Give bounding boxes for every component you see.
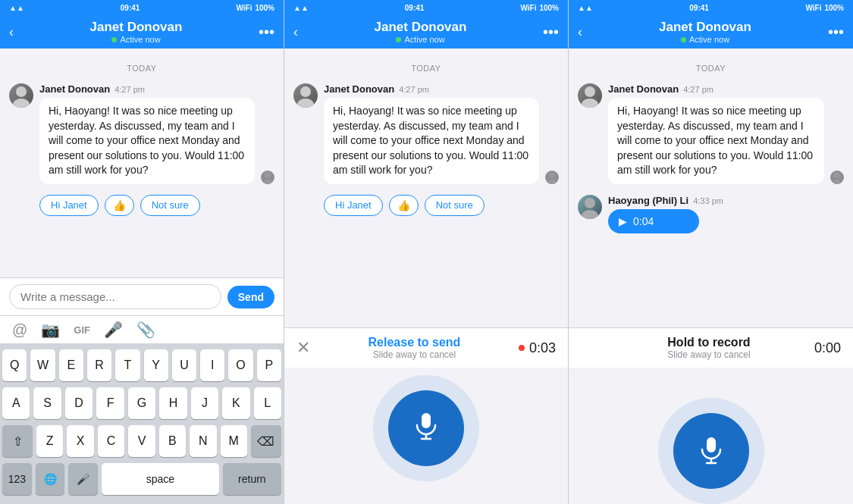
more-button-1[interactable]: ••• [259,23,274,41]
gif-icon[interactable]: GIF [74,324,90,336]
message-bubble-2: Hi, Haoyang! It was so nice meeting up y… [324,98,539,184]
key-h[interactable]: H [159,387,187,419]
svg-point-11 [585,86,595,97]
key-k[interactable]: K [222,387,249,419]
toolbar-1: @ 📷 GIF 🎤 📎 [0,315,284,343]
key-m[interactable]: M [221,425,247,457]
date-divider-1: TODAY [9,64,274,73]
cancel-recording-2[interactable]: ✕ [296,338,310,358]
message-sender-3a: Janet Donovan [608,83,679,95]
key-v[interactable]: V [128,425,155,457]
date-divider-3: TODAY [578,64,844,73]
at-icon[interactable]: @ [12,321,27,339]
back-button-1[interactable]: ‹ [9,24,14,40]
back-button-2[interactable]: ‹ [293,24,298,40]
avatar-janet-2 [293,83,318,108]
key-y[interactable]: Y [144,349,168,381]
panel-3: ▲▲ 09:41 WiFi 100% ‹ Janet Donovan Activ… [569,0,853,504]
mic-button-large-2[interactable] [388,390,464,466]
key-o[interactable]: O [228,349,252,381]
status-right-3: WiFi 100% [805,4,844,12]
panel-2: ▲▲ 09:41 WiFi 100% ‹ Janet Donovan Activ… [284,0,569,504]
key-p[interactable]: P [257,349,281,381]
play-icon-3: ▶ [619,215,627,227]
quick-reply-thumbsup-2[interactable]: 👍 [389,195,419,216]
message-input-1[interactable] [9,284,221,309]
status-time-2: 09:41 [405,4,425,12]
recording-bar-2: ✕ Release to send Slide away to cancel 0… [284,327,568,368]
rec-dot-2 [519,345,525,351]
nav-title-2: Janet Donovan Active now [375,20,467,44]
date-divider-2: TODAY [293,64,559,73]
key-n[interactable]: N [190,425,216,457]
key-shift[interactable]: ⇧ [2,425,33,457]
audio-message-3[interactable]: ▶ 0:04 [608,209,699,233]
key-return[interactable]: return [223,463,281,495]
signal-icon-1: ▲▲ [9,4,24,12]
key-backspace[interactable]: ⌫ [251,425,281,457]
more-button-2[interactable]: ••• [543,23,559,41]
nav-bar-1: ‹ Janet Donovan Active now ••• [0,15,284,49]
key-u[interactable]: U [172,349,196,381]
wifi-icon-2: WiFi [520,4,536,12]
key-a[interactable]: A [2,387,30,419]
key-e[interactable]: E [59,349,83,381]
message-content-1: Janet Donovan 4:27 pm Hi, Haoyang! It wa… [39,83,255,184]
svg-point-0 [16,86,27,97]
key-c[interactable]: C [98,425,124,457]
battery-icon-2: 100% [539,4,559,12]
send-button-1[interactable]: Send [227,286,274,308]
contact-name-1: Janet Donovan [90,20,183,35]
message-header-2: Janet Donovan 4:27 pm [324,83,539,95]
keyboard-row-2: A S D F G H J K L [2,387,281,419]
more-button-3[interactable]: ••• [828,23,844,41]
mic-area-2 [284,368,568,504]
key-t[interactable]: T [115,349,140,381]
keyboard-row-1: Q W E R T Y U I O P [2,349,281,381]
back-button-3[interactable]: ‹ [578,24,582,40]
key-r[interactable]: R [87,349,111,381]
recording-label-area-2: Release to send Slide away to cancel [368,336,461,360]
svg-point-3 [263,180,272,184]
avatar-svg-1 [9,83,33,108]
mic-icon[interactable]: 🎤 [104,321,123,339]
nav-bar-3: ‹ Janet Donovan Active now ••• [569,15,853,49]
key-w[interactable]: W [30,349,55,381]
key-b[interactable]: B [159,425,186,457]
key-q[interactable]: Q [2,349,27,381]
key-x[interactable]: X [67,425,93,457]
hold-to-record-label: Hold to record [667,336,750,349]
contact-name-3: Janet Donovan [659,20,751,35]
key-123[interactable]: 123 [2,463,32,495]
key-s[interactable]: S [33,387,61,419]
quick-reply-thumbsup[interactable]: 👍 [105,195,134,216]
key-g[interactable]: G [128,387,155,419]
status-left-2: ▲▲ [293,4,309,12]
hold-label-area-3: Hold to record Slide away to cancel [667,336,750,360]
active-dot-3 [681,37,686,42]
quick-reply-hi-janet[interactable]: Hi Janet [39,195,99,216]
key-i[interactable]: I [200,349,224,381]
key-mic-2[interactable]: 🎤 [68,463,98,495]
key-f[interactable]: F [96,387,124,419]
key-j[interactable]: J [191,387,218,419]
key-l[interactable]: L [254,387,281,419]
quick-reply-not-sure-2[interactable]: Not sure [425,195,485,216]
mic-button-large-3[interactable] [673,413,749,489]
quick-replies-2: Hi Janet 👍 Not sure [324,195,559,216]
status-bar-1: ▲▲ 09:41 WiFi 100% [0,0,284,15]
contact-status-1: Active now [111,35,160,44]
signal-icon-3: ▲▲ [578,4,593,12]
input-bar-1: Send [0,277,284,315]
attach-icon[interactable]: 📎 [136,321,155,339]
quick-reply-not-sure[interactable]: Not sure [140,195,200,216]
key-space[interactable]: space [102,463,219,495]
mic-area-3 [569,368,853,504]
status-time-3: 09:41 [689,4,709,12]
key-z[interactable]: Z [36,425,63,457]
key-globe[interactable]: 🌐 [36,463,65,495]
key-d[interactable]: D [65,387,93,419]
quick-reply-hi-janet-2[interactable]: Hi Janet [324,195,383,216]
message-content-3a: Janet Donovan 4:27 pm Hi, Haoyang! It wa… [608,83,824,184]
camera-icon[interactable]: 📷 [41,321,60,339]
